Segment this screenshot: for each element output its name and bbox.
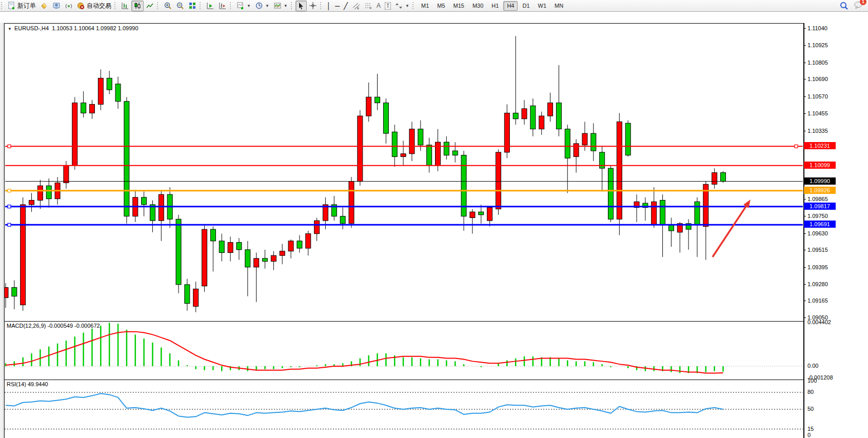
candle bbox=[21, 197, 26, 311]
vertical-line-tool-button[interactable]: │ bbox=[325, 1, 333, 11]
chart-title[interactable]: ▼EURUSD-,H4 1.10053 1.10064 1.09982 1.09… bbox=[6, 25, 140, 31]
toolbar-right: 1 bbox=[840, 1, 863, 10]
candle bbox=[600, 147, 605, 192]
timeframe-button-h4[interactable]: H4 bbox=[503, 1, 518, 11]
candlestick-mode-button[interactable] bbox=[131, 1, 144, 11]
price-tick-label: 1.10925 bbox=[807, 42, 828, 48]
zoom-in-button[interactable] bbox=[162, 1, 174, 11]
terminal-icon bbox=[52, 2, 61, 10]
candle bbox=[444, 136, 449, 160]
candle bbox=[625, 121, 630, 157]
price-tag-1.09990: 1.09990 bbox=[804, 177, 836, 185]
template-button[interactable]: ▼ bbox=[271, 1, 290, 11]
rsi-panel[interactable] bbox=[4, 380, 804, 438]
line-chart-mode-button[interactable] bbox=[144, 1, 156, 11]
timeframe-button-mn[interactable]: MN bbox=[551, 1, 567, 11]
vertical-line-icon: │ bbox=[327, 3, 331, 9]
line-handle[interactable] bbox=[8, 189, 11, 192]
rsi-axis-label: 80 bbox=[807, 389, 814, 395]
price-tick bbox=[804, 28, 806, 29]
trendline-tool-button[interactable]: ╱ bbox=[342, 1, 350, 11]
macd-label: MACD(12,26,9) -0.000549 -0.000672 bbox=[7, 323, 100, 329]
candle bbox=[522, 100, 527, 125]
price-tag-1.10231: 1.10231 bbox=[804, 142, 836, 149]
chevron-down-icon: ▼ bbox=[8, 27, 12, 31]
candle bbox=[375, 74, 380, 110]
price-tick-label: 1.09865 bbox=[807, 196, 828, 202]
bar-chart-mode-button[interactable] bbox=[119, 1, 131, 11]
candle bbox=[236, 238, 242, 260]
svg-text:F: F bbox=[370, 7, 372, 10]
line-handle[interactable] bbox=[795, 145, 798, 148]
chart-title-symbol: EURUSD-,H4 bbox=[14, 25, 49, 31]
timeframe-button-m1[interactable]: M1 bbox=[418, 1, 432, 11]
candle bbox=[608, 165, 614, 222]
candle bbox=[288, 240, 293, 258]
horizontal-line-tool-button[interactable]: ─ bbox=[333, 1, 342, 11]
price-tick bbox=[804, 113, 806, 114]
annotation-arrow[interactable] bbox=[713, 200, 751, 257]
zoom-out-button[interactable] bbox=[174, 1, 186, 11]
zoom-in-icon bbox=[164, 2, 172, 10]
candle bbox=[306, 231, 311, 255]
candle bbox=[254, 253, 259, 302]
main-price-chart[interactable] bbox=[4, 23, 804, 322]
svg-text:E: E bbox=[357, 7, 359, 10]
timeframe-button-d1[interactable]: D1 bbox=[519, 1, 533, 11]
timeframe-button-w1[interactable]: W1 bbox=[535, 1, 550, 11]
notifications-button[interactable]: 1 bbox=[854, 1, 863, 10]
timeframe-button-m30[interactable]: M30 bbox=[469, 1, 487, 11]
candle bbox=[409, 122, 415, 161]
candle bbox=[712, 168, 717, 189]
cursor-icon bbox=[298, 2, 305, 10]
fibonacci-tool-button[interactable]: F bbox=[362, 1, 374, 11]
price-tick bbox=[804, 63, 806, 63]
horizontal-line-object[interactable] bbox=[5, 223, 803, 226]
candle bbox=[29, 193, 34, 212]
candle bbox=[245, 241, 250, 296]
timeframe-button-m5[interactable]: M5 bbox=[433, 1, 448, 11]
crosshair-tool-button[interactable] bbox=[307, 1, 319, 11]
search-icon[interactable] bbox=[840, 2, 849, 10]
text-tool-button[interactable]: A bbox=[374, 1, 383, 11]
toolbar: 新订单 自动交易 bbox=[0, 0, 868, 12]
terminal-button[interactable] bbox=[50, 1, 63, 11]
arrows-tool-button[interactable]: ▼ bbox=[393, 1, 411, 11]
arrows-icon bbox=[395, 2, 403, 10]
line-handle[interactable] bbox=[8, 223, 11, 226]
candles-layer bbox=[4, 36, 726, 312]
candle bbox=[90, 100, 95, 119]
price-tick-label: 1.10335 bbox=[807, 128, 828, 134]
signals-button[interactable] bbox=[63, 1, 75, 11]
candle bbox=[340, 208, 345, 230]
timeframe-button-m15[interactable]: M15 bbox=[450, 1, 468, 11]
candle bbox=[280, 244, 285, 265]
macd-panel[interactable] bbox=[4, 321, 804, 380]
channel-tool-button[interactable]: E bbox=[350, 1, 362, 11]
timeframe-button-h1[interactable]: H1 bbox=[488, 1, 502, 11]
autotrade-icon bbox=[77, 2, 85, 10]
line-handle[interactable] bbox=[8, 145, 11, 148]
tile-windows-button[interactable] bbox=[186, 1, 199, 11]
add-indicator-button[interactable]: ▼ bbox=[234, 1, 253, 11]
cursor-tool-button[interactable] bbox=[295, 1, 307, 11]
line-handle[interactable] bbox=[8, 205, 11, 208]
auto-scroll-button[interactable] bbox=[204, 1, 216, 11]
notification-badge: 1 bbox=[860, 0, 866, 5]
styler-button[interactable] bbox=[38, 1, 50, 11]
price-tick bbox=[804, 96, 806, 97]
period-button[interactable]: ▼ bbox=[253, 1, 271, 11]
text-label-tool-button[interactable]: T bbox=[383, 1, 393, 11]
candle bbox=[427, 138, 432, 173]
chart-shift-button[interactable] bbox=[216, 1, 229, 11]
chart-shift-icon bbox=[219, 2, 227, 10]
autotrade-button[interactable]: 自动交易 bbox=[75, 1, 113, 11]
candle bbox=[115, 77, 121, 109]
trendline-icon: ╱ bbox=[344, 3, 348, 9]
candle bbox=[142, 191, 147, 216]
price-tick bbox=[804, 250, 806, 250]
price-axis[interactable] bbox=[803, 23, 804, 438]
new-order-button[interactable]: 新订单 bbox=[6, 1, 38, 11]
chart-window[interactable]: ▼EURUSD-,H4 1.10053 1.10064 1.09982 1.09… bbox=[0, 11, 868, 438]
candle bbox=[37, 180, 43, 209]
